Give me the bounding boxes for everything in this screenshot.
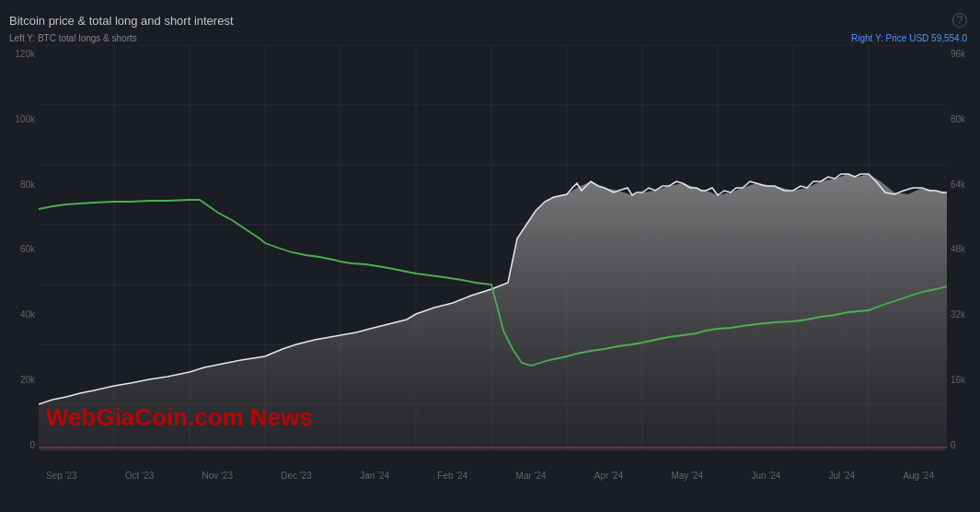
y-axis-left: 120k 100k 80k 60k 40k 20k 0 bbox=[0, 45, 39, 469]
x-axis-row: Sep '23 Oct '23 Nov '23 Dec '23 Jan '24 … bbox=[0, 469, 980, 487]
watermark: WebGiaCoin.com News bbox=[46, 403, 313, 432]
x-label-jul24: Jul '24 bbox=[829, 471, 856, 487]
x-label-dec23: Dec '23 bbox=[281, 471, 312, 487]
x-label-nov23: Nov '23 bbox=[202, 471, 233, 487]
left-axis-label: Left Y: BTC total longs & shorts bbox=[9, 33, 137, 43]
chart-title: Bitcoin price & total long and short int… bbox=[9, 14, 234, 28]
x-label-apr24: Apr '24 bbox=[594, 471, 623, 487]
x-label-oct23: Oct '23 bbox=[125, 471, 154, 487]
help-icon[interactable]: ? bbox=[952, 13, 967, 28]
x-label-jun24: Jun '24 bbox=[751, 471, 780, 487]
x-label-aug24: Aug '24 bbox=[903, 471, 934, 487]
axis-labels-row: Left Y: BTC total longs & shorts Right Y… bbox=[0, 31, 980, 45]
chart-container: Bitcoin price & total long and short int… bbox=[0, 0, 980, 512]
x-label-may24: May '24 bbox=[671, 471, 703, 487]
x-label-sep23: Sep '23 bbox=[46, 471, 77, 487]
y-axis-right: 96k 80k 64k 48k 32k 16k 0 bbox=[947, 45, 980, 469]
x-label-feb24: Feb '24 bbox=[437, 471, 467, 487]
right-axis-label: Right Y: Price USD 59,554.0 bbox=[851, 33, 967, 43]
x-label-mar24: Mar '24 bbox=[516, 471, 547, 487]
x-label-jan24: Jan '24 bbox=[360, 471, 389, 487]
chart-header: Bitcoin price & total long and short int… bbox=[0, 9, 980, 31]
chart-area: 120k 100k 80k 60k 40k 20k 0 96k 80k 64k … bbox=[0, 45, 980, 469]
